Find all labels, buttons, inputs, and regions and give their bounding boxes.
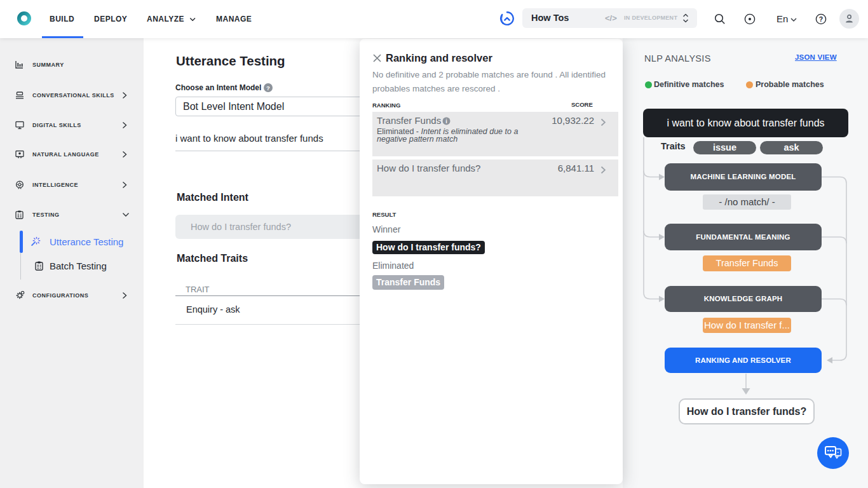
svg-text:?: ? <box>819 15 823 23</box>
svg-text:i: i <box>445 118 447 125</box>
svg-text:?: ? <box>266 85 270 92</box>
